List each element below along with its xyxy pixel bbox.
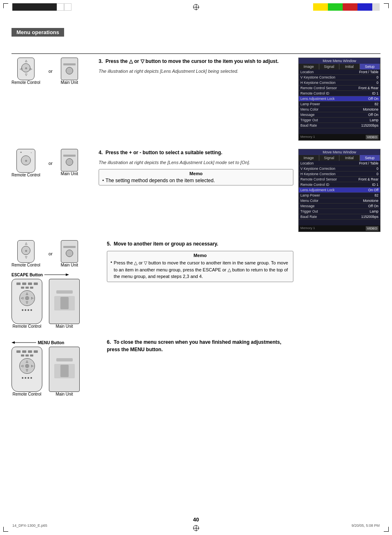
page-number: 40 xyxy=(193,516,199,523)
step5-large-remote-icon: △ ▽ ◁ ▷ xyxy=(12,279,42,324)
step4-remote-icon: + - ⊙ xyxy=(16,149,35,173)
footer-left: 14_DPX-1300_E.p65 xyxy=(12,523,47,528)
step6-large-devices: △ ▽ ◁ ▷ xyxy=(12,347,80,396)
menu2-row-trigger: Trigger Out Lamp xyxy=(299,209,380,214)
step4-memo: Memo The setting method depends on the i… xyxy=(99,169,293,185)
step3-unit-item: Main Unit xyxy=(61,58,78,85)
tab2-signal[interactable]: Signal xyxy=(319,155,340,161)
row-rcid-label: Remote Control ID xyxy=(300,91,329,95)
step5-escape-section: ESCAPE Button xyxy=(12,272,80,330)
tab-image[interactable]: Image xyxy=(299,64,319,69)
svg-marker-3 xyxy=(12,341,15,344)
step-3-text: 3. Press the △ or ▽ button to move the c… xyxy=(94,58,298,74)
step5-remote-item: △ ⊙ ▽ Remote Control xyxy=(12,240,40,267)
tab-signal[interactable]: Signal xyxy=(319,64,340,69)
step5-large-remote: △ ▽ ◁ ▷ xyxy=(12,279,42,329)
step5-large-unit-label: Main Unit xyxy=(55,324,73,329)
tab-setup[interactable]: Setup xyxy=(360,64,380,69)
tab-initial[interactable]: Initial xyxy=(339,64,360,69)
step-3-row: △ ⊙ ▽ ◁ ▷ Remote Control or xyxy=(12,58,380,141)
step-3-devices: △ ⊙ ▽ ◁ ▷ Remote Control or xyxy=(12,58,94,86)
row-hkeystone-label: H Keystone Correction xyxy=(300,81,336,85)
menu-row-vkeystone: V Keystone Correction 0 xyxy=(299,75,380,80)
black-bar-top xyxy=(12,3,71,11)
row-location-value: Front / Table xyxy=(359,70,378,74)
menu2-row-menucolor: Menu Color Monotone xyxy=(299,198,380,204)
step5-memo: Memo Press the △ or ▽ button to move the… xyxy=(107,251,293,282)
step5-instruction-text: Move to another item or group as necessa… xyxy=(114,241,219,247)
row-baudrate-value: 115200bps xyxy=(361,123,378,127)
step3-menu: Move Menu Window Image Signal Initial Se… xyxy=(298,58,380,141)
step-5-row: △ ⊙ ▽ Remote Control or Main Unit xyxy=(12,240,380,330)
menu2-row-lamppower: Lamp Power 82 xyxy=(299,193,380,198)
step6-large-unit: Main Unit xyxy=(49,347,80,396)
footer-right: 9/20/05, 5:08 PM xyxy=(351,523,380,528)
registration-mark-top xyxy=(193,4,199,10)
step3-instruction: 3. Press the △ or ▽ button to move the c… xyxy=(99,58,293,65)
step5-large-unit: Main Unit xyxy=(49,279,80,329)
step3-unit-icon xyxy=(61,58,78,80)
row-vkeystone-label: V Keystone Correction xyxy=(300,75,335,79)
step5-remote-label: Remote Control xyxy=(12,263,40,267)
step6-instruction-text: To close the menu screen when you have f… xyxy=(107,339,281,352)
step5-or: or xyxy=(48,240,53,267)
menu2-row-hkeystone: H Keystone Correction 0 xyxy=(299,171,380,177)
menu-window-1: Move Menu Window Image Signal Initial Se… xyxy=(298,58,380,141)
step5-large-remote-label: Remote Control xyxy=(12,324,41,329)
step3-unit-label: Main Unit xyxy=(61,80,78,85)
step5-unit-icon-top xyxy=(61,240,78,263)
step4-instruction: 4. Press the + or - button to select a s… xyxy=(99,149,293,156)
corner-mark-tl xyxy=(3,3,8,8)
main-content: △ ⊙ ▽ ◁ ▷ Remote Control or xyxy=(12,53,380,406)
section-header: Menu operations xyxy=(12,28,64,37)
menu-row-rcid: Remote Control ID ID 1 xyxy=(299,91,380,96)
step4-unit-label: Main Unit xyxy=(61,171,78,176)
step-5-text: 5. Move to another item or group as nece… xyxy=(102,240,298,285)
step-5-devices: △ ⊙ ▽ Remote Control or Main Unit xyxy=(12,240,102,330)
row-menucolor-value: Monotone xyxy=(363,107,378,111)
menu2-row-baudrate: Baud Rate 115200bps xyxy=(299,214,380,220)
menu-row-message: Message Off On xyxy=(299,112,380,118)
menu2-row-message: Message Off On xyxy=(299,204,380,209)
menu-window-1-title: Move Menu Window xyxy=(299,58,380,64)
step4-memo-title: Memo xyxy=(102,171,290,176)
step6-large-remote-icon: △ ▽ ◁ ▷ xyxy=(12,347,42,392)
svg-marker-1 xyxy=(66,273,69,276)
step3-remote-icon: △ ⊙ ▽ ◁ ▷ xyxy=(17,58,35,80)
corner-mark-br xyxy=(384,527,389,532)
menu-window-2-title: Move Menu Window xyxy=(299,149,380,155)
step5-instruction: 5. Move to another item or group as nece… xyxy=(107,240,293,248)
menu2-row-location: Location Front / Table xyxy=(299,161,380,166)
menu-row-baudrate: Baud Rate 115200bps xyxy=(299,123,380,128)
menu-row-trigger: Trigger Out Lamp xyxy=(299,118,380,123)
step5-large-unit-icon xyxy=(49,279,80,324)
menu-row-rcsensor: Remote Control Sensor Front & Rear xyxy=(299,86,380,91)
step-6-text: 6. To close the menu screen when you hav… xyxy=(102,338,298,357)
row-lenslock-value: Off On xyxy=(368,97,378,101)
step6-large-remote-label: Remote Control xyxy=(12,392,41,396)
menu-row-lamppower: Lamp Power 82 xyxy=(299,102,380,107)
step5-unit-item-top: Main Unit xyxy=(61,240,78,267)
step3-instruction-text: Press the △ or ▽ button to move the curs… xyxy=(106,58,279,64)
step3-remote-item: △ ⊙ ▽ ◁ ▷ Remote Control xyxy=(12,58,40,85)
row-trigger-value: Lamp xyxy=(370,118,378,122)
menu-row-lenslock: Lens Adjustment Lock Off On xyxy=(299,96,380,102)
menu2-row-vkeystone: V Keystone Correction 0 xyxy=(299,166,380,171)
menu-button-label: MENU Button xyxy=(12,340,80,345)
tab2-initial[interactable]: Initial xyxy=(339,155,360,161)
step3-description: The illustration at right depicts [Lens … xyxy=(99,68,293,74)
step4-instruction-text: Press the + or - button to select a suit… xyxy=(106,150,222,155)
menu2-row-rcsensor: Remote Control Sensor Front & Rear xyxy=(299,177,380,182)
row-location-label: Location xyxy=(300,70,314,74)
tab2-image[interactable]: Image xyxy=(299,155,319,161)
corner-mark-tr xyxy=(384,3,389,8)
row-message-label: Message xyxy=(300,113,315,117)
menu-window-2-tabs: Image Signal Initial Setup xyxy=(299,155,380,161)
row-trigger-label: Trigger Out xyxy=(300,118,318,122)
tab2-setup[interactable]: Setup xyxy=(360,155,380,161)
step6-large-remote: △ ▽ ◁ ▷ xyxy=(12,347,42,396)
step5-unit-label-top: Main Unit xyxy=(61,263,78,267)
menu2-row-lenslock: Lens Adjustment Lock On Off xyxy=(299,188,380,193)
menu-row-location: Location Front / Table xyxy=(299,69,380,75)
menu-footer-vid: VIDEO xyxy=(366,135,378,139)
